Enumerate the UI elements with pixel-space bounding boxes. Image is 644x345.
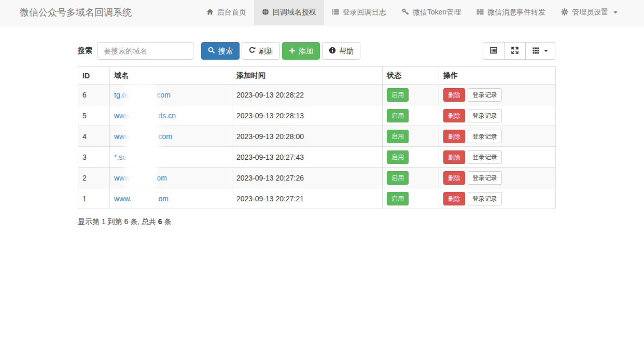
row-added-time: 2023-09-13 20:27:43 — [232, 147, 383, 168]
row-domain-cell: *.sc — [110, 147, 232, 168]
pagination-info: 显示第 1 到第 6 条, 总共 6 条 — [78, 217, 555, 227]
nav-item-login-callback-log[interactable]: 登录回调日志 — [324, 0, 394, 25]
nav-item-label: 微信消息事件转发 — [487, 8, 545, 17]
toolbar: 搜索 搜索 刷新 添加 帮助 — [78, 42, 555, 60]
row-added-time: 2023-09-13 20:27:21 — [232, 188, 383, 209]
delete-button[interactable]: 删除 — [443, 171, 465, 185]
help-button[interactable]: 帮助 — [322, 42, 360, 60]
nav-item-label: 登录回调日志 — [343, 8, 386, 17]
domain-suffix: om — [158, 195, 168, 203]
login-records-button[interactable]: 登录记录 — [468, 88, 502, 102]
column-header: 操作 — [439, 67, 556, 85]
domains-table: ID域名添加时间状态操作 6 tg.occom 2023-09-13 20:28… — [78, 66, 556, 209]
domain-prefix: www — [114, 174, 130, 182]
login-records-button[interactable]: 登录记录 — [468, 109, 502, 122]
list-icon — [332, 8, 339, 17]
delete-button[interactable]: 删除 — [443, 130, 465, 143]
globe-icon — [262, 8, 269, 17]
login-records-button[interactable]: 登录记录 — [468, 130, 502, 143]
row-id: 2 — [78, 168, 110, 188]
detail-view-icon — [490, 47, 497, 55]
nav-item-label: 后台首页 — [217, 8, 246, 17]
table-view-controls — [483, 42, 555, 60]
login-records-button[interactable]: 登录记录 — [468, 171, 502, 185]
domain-suffix: com — [157, 91, 170, 99]
home-icon — [206, 8, 214, 17]
table-header-row: ID域名添加时间状态操作 — [78, 67, 556, 85]
search-button[interactable]: 搜索 — [201, 42, 240, 60]
search-icon — [208, 47, 215, 55]
row-actions-cell: 删除 登录记录 — [439, 147, 556, 168]
refresh-icon — [248, 47, 256, 55]
table-row: 4 www.com 2023-09-13 20:28:00 启用 删除 登录记录 — [78, 126, 556, 147]
delete-button[interactable]: 删除 — [443, 150, 465, 164]
row-domain-cell: www.om — [110, 188, 232, 209]
domain-link[interactable]: www.ds.cn — [114, 112, 176, 120]
fullscreen-icon — [511, 47, 519, 55]
row-actions-cell: 删除 登录记录 — [439, 85, 556, 105]
detail-view-button[interactable] — [483, 42, 505, 60]
add-button[interactable]: 添加 — [282, 42, 320, 60]
domain-prefix: www. — [114, 195, 131, 203]
nav-item-label: 管理员设置 — [572, 8, 608, 17]
status-enabled-button[interactable]: 启用 — [387, 192, 409, 205]
row-id: 5 — [78, 105, 110, 126]
row-status-cell: 启用 — [383, 85, 439, 105]
domain-link[interactable]: tg.occom — [114, 91, 171, 99]
row-actions-cell: 删除 登录记录 — [439, 105, 556, 126]
table-row: 5 www.ds.cn 2023-09-13 20:28:13 启用 删除 登录… — [78, 105, 556, 126]
column-header: 添加时间 — [232, 67, 383, 85]
nav-item-wechat-msg-forward[interactable]: 微信消息事件转发 — [469, 0, 553, 25]
status-enabled-button[interactable]: 启用 — [387, 130, 409, 143]
row-domain-cell: www.ds.cn — [110, 105, 232, 126]
nav-item-admin-settings[interactable]: 管理员设置 — [553, 0, 625, 25]
pagination-unit: 条 — [162, 217, 172, 226]
domain-link[interactable]: wwwom — [114, 174, 167, 182]
search-input[interactable] — [97, 42, 193, 60]
nav-item-home[interactable]: 后台首页 — [199, 0, 254, 25]
domain-link[interactable]: www.com — [114, 132, 172, 141]
row-actions-cell: 删除 登录记录 — [439, 168, 556, 188]
row-actions-cell: 删除 登录记录 — [439, 188, 556, 209]
domain-suffix: com — [158, 132, 172, 141]
row-status-cell: 启用 — [383, 126, 439, 147]
login-records-button[interactable]: 登录记录 — [468, 150, 502, 164]
row-added-time: 2023-09-13 20:27:26 — [232, 168, 383, 188]
row-status-cell: 启用 — [383, 147, 439, 168]
caret-down-icon — [613, 11, 618, 13]
app-brand[interactable]: 微信公众号多域名回调系统 — [20, 0, 132, 25]
row-status-cell: 启用 — [383, 168, 439, 188]
row-status-cell: 启用 — [383, 188, 439, 209]
status-enabled-button[interactable]: 启用 — [387, 171, 409, 185]
domain-link[interactable]: *.sc — [114, 153, 153, 161]
domain-suffix: om — [157, 174, 166, 182]
table-row: 2 wwwom 2023-09-13 20:27:26 启用 删除 登录记录 — [78, 168, 556, 188]
table-row: 3 *.sc 2023-09-13 20:27:43 启用 删除 登录记录 — [78, 147, 556, 168]
nav-item-wechat-token[interactable]: 微信Token管理 — [394, 0, 469, 25]
status-enabled-button[interactable]: 启用 — [387, 88, 409, 102]
domain-prefix: www. — [114, 112, 131, 120]
row-id: 1 — [78, 188, 110, 209]
row-id: 4 — [78, 126, 110, 147]
gear-icon — [561, 8, 568, 17]
refresh-button[interactable]: 刷新 — [242, 42, 280, 60]
row-added-time: 2023-09-13 20:28:00 — [232, 126, 383, 147]
content: 搜索 搜索 刷新 添加 帮助 — [78, 42, 555, 227]
status-enabled-button[interactable]: 启用 — [387, 109, 409, 122]
delete-button[interactable]: 删除 — [443, 88, 465, 102]
columns-button[interactable] — [525, 42, 555, 60]
fullscreen-button[interactable] — [504, 42, 526, 60]
delete-button[interactable]: 删除 — [443, 192, 465, 205]
nav-item-callback-domain-auth[interactable]: 回调域名授权 — [254, 0, 324, 25]
delete-button[interactable]: 删除 — [443, 109, 465, 122]
main-nav: 后台首页回调域名授权登录回调日志微信Token管理微信消息事件转发管理员设置 — [199, 0, 625, 25]
domain-prefix: *.sc — [114, 153, 126, 161]
row-domain-cell: www.com — [110, 126, 232, 147]
domain-prefix: tg.oc — [114, 91, 130, 99]
domain-prefix: www. — [114, 132, 131, 141]
domain-link[interactable]: www.om — [114, 195, 169, 203]
column-header: 域名 — [110, 67, 232, 85]
plus-icon — [289, 47, 296, 55]
status-enabled-button[interactable]: 启用 — [387, 150, 409, 164]
login-records-button[interactable]: 登录记录 — [468, 192, 502, 205]
